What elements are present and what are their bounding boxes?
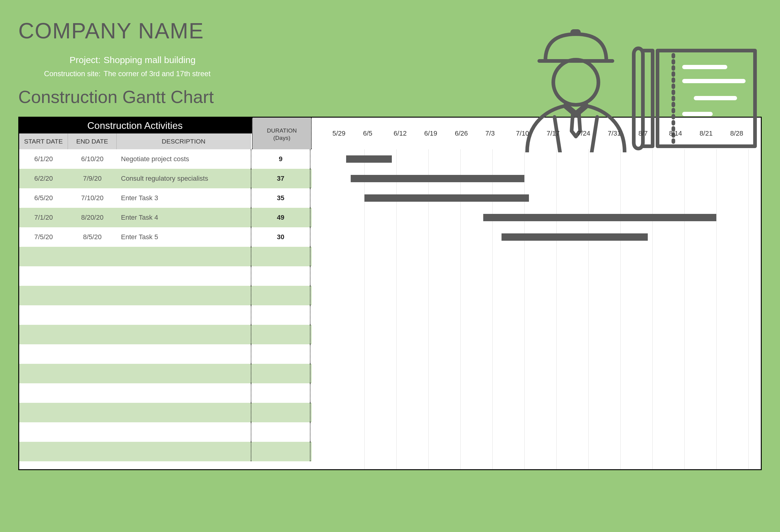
col-start: START DATE xyxy=(19,134,68,149)
cell-duration xyxy=(251,422,310,442)
cell-start: 6/2/20 xyxy=(19,175,68,183)
activities-title: Construction Activities xyxy=(19,120,251,131)
cell-desc: Consult regulatory specialists xyxy=(117,175,251,183)
col-end: END DATE xyxy=(68,134,117,149)
table-row[interactable] xyxy=(19,442,312,461)
cell-end: 7/9/20 xyxy=(68,175,117,183)
table-row[interactable] xyxy=(19,344,312,364)
gantt-bar[interactable] xyxy=(483,214,716,221)
cell-start: 6/5/20 xyxy=(19,194,68,202)
gridline xyxy=(556,149,557,469)
table-row[interactable]: 7/1/208/20/20Enter Task 449 xyxy=(19,208,312,227)
timeline-tick: 7/10 xyxy=(516,130,547,137)
cell-duration: 9 xyxy=(251,149,310,169)
timeline-tick: 7/3 xyxy=(485,130,516,137)
gantt-bar[interactable] xyxy=(346,155,392,163)
cell-end: 6/10/20 xyxy=(68,155,117,163)
cell-start: 7/5/20 xyxy=(19,233,68,241)
timeline-tick: 6/19 xyxy=(424,130,454,137)
table-row[interactable] xyxy=(19,383,312,403)
table-row[interactable] xyxy=(19,266,312,286)
gantt-panel: Construction Activities DURATION (Days) … xyxy=(18,117,762,470)
table-row[interactable] xyxy=(19,286,312,305)
cell-duration: 37 xyxy=(251,169,310,188)
duration-header: DURATION (Days) xyxy=(252,117,312,149)
table-row[interactable] xyxy=(19,247,312,266)
timeline-tick: 7/31 xyxy=(608,130,638,137)
table-row[interactable] xyxy=(19,305,312,325)
timeline-tick: 7/17 xyxy=(547,130,577,137)
project-value: Shopping mall building xyxy=(104,55,196,65)
site-value: The corner of 3rd and 17th street xyxy=(104,69,210,78)
gantt-bar[interactable] xyxy=(351,175,524,182)
activities-column: Construction Activities DURATION (Days) … xyxy=(19,117,312,469)
table-row[interactable]: 6/1/206/10/20Negotiate project costs9 xyxy=(19,149,312,169)
timeline-tick: 5/29 xyxy=(332,130,363,137)
gridline xyxy=(620,149,621,469)
cell-duration xyxy=(251,383,310,403)
gantt-bar[interactable] xyxy=(364,194,529,202)
gantt-timeline: 5/296/56/126/196/267/37/107/177/247/318/… xyxy=(312,117,761,469)
table-row[interactable] xyxy=(19,403,312,422)
timeline-tick: 6/26 xyxy=(455,130,485,137)
cell-desc: Enter Task 4 xyxy=(117,213,251,222)
table-row[interactable]: 7/5/208/5/20Enter Task 530 xyxy=(19,227,312,247)
cell-duration xyxy=(251,305,310,325)
table-rows: 6/1/206/10/20Negotiate project costs96/2… xyxy=(19,149,312,461)
gridline xyxy=(652,149,653,469)
cell-duration xyxy=(251,266,310,286)
project-label: Project: xyxy=(31,55,101,65)
svg-point-2 xyxy=(553,60,598,105)
timeline-header: 5/296/56/126/196/267/37/107/177/247/318/… xyxy=(312,117,761,149)
table-row[interactable] xyxy=(19,325,312,344)
cell-duration xyxy=(251,344,310,364)
site-label: Construction site: xyxy=(31,69,101,78)
col-desc: DESCRIPTION xyxy=(117,134,251,149)
cell-duration xyxy=(251,286,310,305)
gridline xyxy=(684,149,685,469)
gridline xyxy=(716,149,717,469)
cell-duration xyxy=(251,403,310,422)
cell-duration xyxy=(251,442,310,461)
cell-duration: 30 xyxy=(251,227,310,247)
table-row[interactable] xyxy=(19,364,312,383)
cell-desc: Enter Task 5 xyxy=(117,233,251,241)
cell-desc: Negotiate project costs xyxy=(117,155,251,163)
cell-duration xyxy=(251,364,310,383)
table-row[interactable]: 6/5/207/10/20Enter Task 335 xyxy=(19,188,312,208)
cell-duration xyxy=(251,325,310,344)
timeline-tick: 6/5 xyxy=(363,130,393,137)
cell-end: 8/5/20 xyxy=(68,233,117,241)
cell-start: 6/1/20 xyxy=(19,155,68,163)
cell-duration xyxy=(251,247,310,266)
timeline-tick: 8/28 xyxy=(730,130,761,137)
table-row[interactable]: 6/2/207/9/20Consult regulatory specialis… xyxy=(19,169,312,188)
table-row[interactable] xyxy=(19,422,312,442)
cell-duration: 35 xyxy=(251,188,310,208)
cell-duration: 49 xyxy=(251,208,310,227)
gantt-bar[interactable] xyxy=(501,233,648,241)
timeline-tick: 6/12 xyxy=(394,130,424,137)
timeline-tick: 7/24 xyxy=(577,130,607,137)
cell-start: 7/1/20 xyxy=(19,213,68,222)
gridline xyxy=(588,149,589,469)
timeline-tick: 8/7 xyxy=(638,130,669,137)
timeline-tick: 8/21 xyxy=(699,130,730,137)
cell-desc: Enter Task 3 xyxy=(117,194,251,202)
timeline-tick: 8/14 xyxy=(669,130,699,137)
cell-end: 8/20/20 xyxy=(68,213,117,222)
cell-end: 7/10/20 xyxy=(68,194,117,202)
